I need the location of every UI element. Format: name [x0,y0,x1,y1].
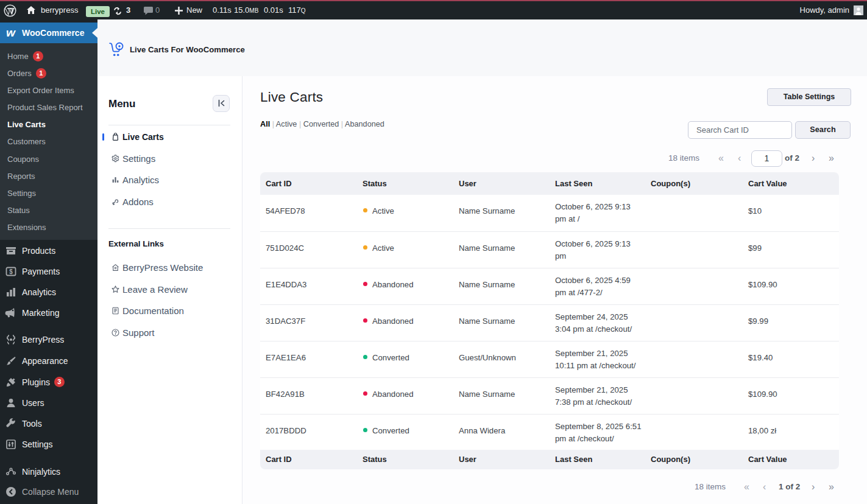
svg-text:$: $ [9,268,13,275]
svg-text:w: w [6,26,16,39]
